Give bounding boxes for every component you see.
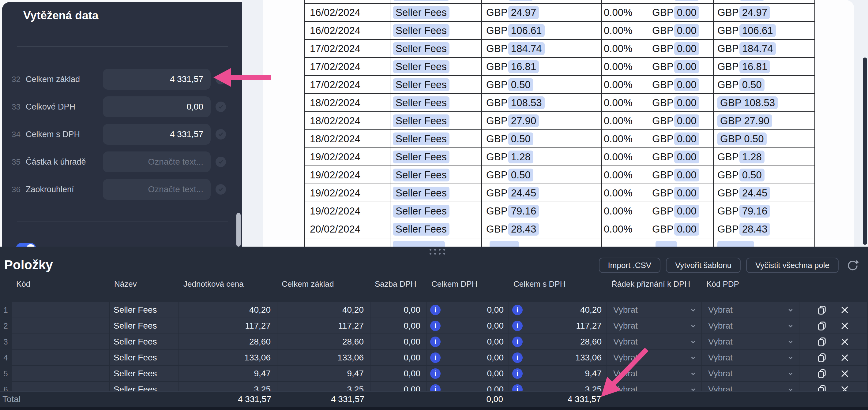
vat-cell[interactable]: i0,00 <box>427 366 509 382</box>
rate-cell[interactable]: 0,00 <box>370 318 427 334</box>
total-cell[interactable]: i28,60 <box>509 334 607 350</box>
doc-total-highlight[interactable]: GBP 27.90 <box>717 114 772 127</box>
delete-row-icon[interactable] <box>839 320 851 332</box>
base-cell[interactable]: 9,47 <box>277 366 370 382</box>
unit-price-cell[interactable]: 40,20 <box>179 302 277 318</box>
doc-amount-highlight[interactable]: 1.28 <box>508 150 533 163</box>
doc-vat-highlight[interactable]: 0.00 <box>674 114 699 127</box>
doc-desc-highlight[interactable]: Seller Fees <box>393 42 450 55</box>
delete-row-icon[interactable] <box>839 304 851 316</box>
doc-desc-highlight[interactable]: Seller Fees <box>393 78 450 91</box>
rate-cell[interactable]: 0,00 <box>370 334 427 350</box>
doc-vat-highlight[interactable]: 0.00 <box>674 24 699 37</box>
info-icon[interactable]: i <box>430 368 441 379</box>
doc-total-highlight[interactable]: 24.45 <box>739 186 770 200</box>
vat-return-row-select[interactable]: Vybrat <box>607 350 702 366</box>
copy-row-icon[interactable] <box>816 320 828 332</box>
doc-amount-highlight[interactable]: 28.43 <box>508 223 539 236</box>
panel-drag-handle[interactable] <box>430 249 445 254</box>
doc-amount-highlight[interactable]: 0.50 <box>508 133 533 145</box>
create-template-button[interactable]: Vytvořit šablonu <box>666 258 741 273</box>
doc-vat-highlight[interactable]: 0.00 <box>674 169 699 181</box>
base-cell[interactable]: 28,60 <box>277 334 370 350</box>
doc-total-highlight[interactable]: 0.50 <box>739 169 765 181</box>
doc-vat-highlight[interactable]: 0.00 <box>674 96 699 109</box>
copy-row-icon[interactable] <box>816 336 828 348</box>
pdp-code-select[interactable]: Vybrat <box>702 302 799 318</box>
doc-desc-highlight[interactable]: Seller Fees <box>393 150 450 163</box>
total-cell[interactable]: i40,20 <box>509 302 607 318</box>
delete-row-icon[interactable] <box>839 368 851 380</box>
doc-desc-highlight[interactable]: Seller Fees <box>393 24 450 37</box>
pdp-code-select[interactable]: Vybrat <box>702 350 799 366</box>
doc-vat-highlight[interactable]: 0.00 <box>674 78 699 91</box>
doc-desc-highlight[interactable]: Seller Fees <box>393 60 450 73</box>
doc-amount-highlight[interactable]: 5.85 <box>508 0 533 1</box>
name-cell[interactable]: Seller Fees <box>110 334 179 350</box>
base-cell[interactable]: 133,06 <box>277 350 370 366</box>
name-cell[interactable]: Seller Fees <box>110 382 179 391</box>
doc-total-highlight[interactable]: 106.61 <box>739 24 776 37</box>
code-cell[interactable] <box>12 302 110 318</box>
unit-price-cell[interactable]: 28,60 <box>179 334 277 350</box>
doc-desc-highlight[interactable]: Seller Fees <box>393 114 450 127</box>
info-icon[interactable]: i <box>512 305 523 315</box>
doc-amount-highlight[interactable]: 184.74 <box>508 42 545 55</box>
vat-return-row-select[interactable]: Vybrat <box>607 302 702 318</box>
doc-desc-highlight[interactable]: Seller Fees <box>393 223 450 236</box>
copy-row-icon[interactable] <box>816 351 828 364</box>
doc-vat-highlight[interactable]: 0.00 <box>674 6 699 19</box>
vat-cell[interactable]: i0,00 <box>427 382 509 391</box>
doc-desc-highlight[interactable]: Seller Fees <box>393 6 450 19</box>
doc-desc-highlight[interactable]: Seller Fees <box>393 0 450 1</box>
pdp-code-select[interactable]: Vybrat <box>702 366 799 382</box>
doc-total-highlight[interactable]: 5.85 <box>739 0 765 1</box>
name-cell[interactable]: Seller Fees <box>110 366 179 382</box>
check-icon[interactable] <box>216 74 226 84</box>
doc-amount-highlight[interactable]: 24.45 <box>508 186 539 200</box>
doc-vat-highlight[interactable]: 0.00 <box>674 186 699 200</box>
rate-cell[interactable]: 0,00 <box>370 302 427 318</box>
doc-desc-highlight[interactable]: Seller Fees <box>393 169 450 181</box>
total-cell[interactable]: i133,06 <box>509 350 607 366</box>
doc-amount-highlight[interactable]: 106.61 <box>508 24 545 37</box>
info-icon[interactable]: i <box>430 305 441 315</box>
doc-desc-highlight[interactable]: Seller Fees <box>393 96 450 109</box>
doc-desc-highlight[interactable]: Seller Fees <box>393 133 450 145</box>
unit-price-cell[interactable]: 3,25 <box>179 382 277 391</box>
field-input-celkove-dph[interactable]: 0,00 <box>103 96 211 117</box>
total-cell[interactable]: i3,25 <box>509 382 607 391</box>
doc-desc-highlight[interactable]: Seller Fees <box>393 186 450 200</box>
pdp-code-select[interactable]: Vybrat <box>702 334 799 350</box>
info-icon[interactable]: i <box>430 321 441 331</box>
doc-vat-highlight[interactable]: 0.00 <box>674 60 699 73</box>
vat-cell[interactable]: i0,00 <box>427 318 509 334</box>
unit-price-cell[interactable]: 133,06 <box>179 350 277 366</box>
import-csv-button[interactable]: Import .CSV <box>599 258 661 273</box>
check-icon[interactable] <box>216 157 226 167</box>
doc-total-highlight[interactable]: 184.74 <box>739 42 776 55</box>
pdp-code-select[interactable]: Vybrat <box>702 382 799 391</box>
doc-total-highlight[interactable]: 24.97 <box>739 6 770 19</box>
vat-return-row-select[interactable]: Vybrat <box>607 318 702 334</box>
doc-vat-highlight[interactable]: 0.00 <box>674 42 699 55</box>
rate-cell[interactable]: 0,00 <box>370 350 427 366</box>
info-icon[interactable]: i <box>430 337 441 347</box>
code-cell[interactable] <box>12 382 110 391</box>
field-input-castka-k-uhrade[interactable]: Označte text... <box>103 151 211 172</box>
vat-cell[interactable]: i0,00 <box>427 350 509 366</box>
total-cell[interactable]: i9,47 <box>509 366 607 382</box>
unit-price-cell[interactable]: 117,27 <box>179 318 277 334</box>
doc-vat-highlight[interactable]: 0.00 <box>674 223 699 236</box>
pdp-code-select[interactable]: Vybrat <box>702 318 799 334</box>
info-icon[interactable]: i <box>512 384 523 391</box>
info-icon[interactable]: i <box>512 352 523 363</box>
doc-total-highlight[interactable]: 16.81 <box>739 60 770 73</box>
refresh-icon[interactable] <box>846 259 860 272</box>
name-cell[interactable]: Seller Fees <box>110 318 179 334</box>
base-cell[interactable]: 117,27 <box>277 318 370 334</box>
doc-total-highlight[interactable]: GBP 108.53 <box>717 96 778 109</box>
vat-cell[interactable]: i0,00 <box>427 302 509 318</box>
check-icon[interactable] <box>216 102 226 112</box>
toggle-switch[interactable] <box>16 243 36 247</box>
